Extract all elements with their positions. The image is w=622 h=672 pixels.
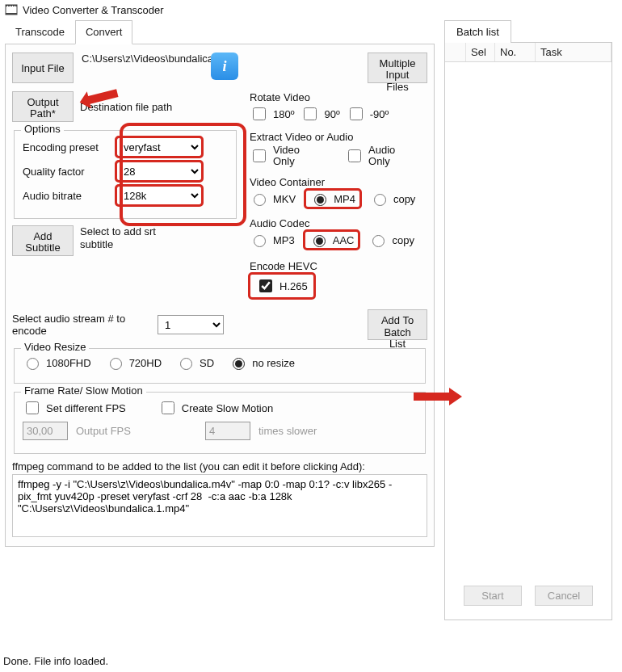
quality-factor-select[interactable]: 28 (116, 162, 202, 181)
container-mp4-radio[interactable]: MP4 (305, 190, 360, 208)
output-path-button[interactable]: Output Path* (12, 91, 74, 122)
tab-convert[interactable]: Convert (75, 20, 133, 44)
times-slower-label: times slower (258, 425, 317, 437)
h265-check[interactable]: H.265 (250, 274, 314, 298)
svg-rect-6 (15, 6, 15, 6)
batch-list-body (445, 62, 611, 579)
acodec-label: Audio Codec (250, 217, 427, 229)
batch-list-header: Sel No. Task (445, 43, 611, 62)
svg-rect-3 (7, 6, 8, 6)
resize-720-radio[interactable]: 720HD (106, 355, 162, 370)
video-only-check[interactable]: Video Only (250, 145, 300, 166)
resize-1080-radio[interactable]: 1080FHD (23, 355, 91, 370)
audio-only-check[interactable]: Audio Only (345, 145, 395, 166)
cancel-button[interactable]: Cancel (535, 586, 593, 606)
start-button[interactable]: Start (464, 586, 522, 606)
batch-list-tab[interactable]: Batch list (444, 20, 511, 43)
acodec-aac-radio[interactable]: AAC (305, 231, 359, 249)
input-file-button[interactable]: Input File (12, 52, 74, 83)
encoding-preset-select[interactable]: veryfast (116, 137, 202, 157)
info-icon[interactable]: i (211, 52, 238, 80)
rotate-180-check[interactable]: 180º (250, 105, 294, 123)
container-mkv-radio[interactable]: MKV (250, 191, 296, 206)
acodec-copy-radio[interactable]: copy (368, 233, 414, 247)
audio-bitrate-select[interactable]: 128k (116, 186, 202, 205)
quality-factor-label: Quality factor (23, 166, 110, 178)
slowmo-check[interactable]: Create Slow Motion (158, 399, 273, 417)
tab-transcode[interactable]: Transcode (5, 20, 75, 44)
audio-stream-select[interactable]: 1 (158, 315, 224, 334)
container-copy-radio[interactable]: copy (370, 191, 415, 206)
slowmo-factor-input (205, 422, 250, 440)
resize-none-radio[interactable]: no resize (229, 355, 295, 370)
container-label: Video Container (250, 176, 427, 188)
rotate-label: Rotate Video (250, 91, 427, 103)
window-title: Video Converter & Transcoder (23, 4, 164, 16)
ffmpeg-cmd-textarea[interactable]: ffmpeg -y -i "C:\Users\z\Videos\bundalic… (12, 474, 427, 537)
input-file-path: C:\Users\z\Videos\bundalica.m4v (82, 52, 203, 65)
output-fps-label: Output FPS (76, 425, 197, 437)
audio-stream-label: Select audio stream # to encode (12, 313, 141, 338)
add-subtitle-hint: Select to add srt subtitle (80, 225, 185, 250)
rotate-90-check[interactable]: 90º (300, 105, 339, 123)
app-icon (5, 3, 18, 16)
audio-bitrate-label: Audio bitrate (23, 190, 110, 202)
dest-path-label: Destination file path (80, 101, 172, 113)
multiple-input-button[interactable]: Multiple Input Files (368, 52, 427, 83)
svg-rect-4 (10, 6, 11, 6)
ffmpeg-cmd-header: ffmpeg command to be added to the list (… (12, 460, 427, 472)
resize-sd-radio[interactable]: SD (176, 355, 214, 370)
hevc-label: Encode HEVC (250, 260, 427, 272)
acodec-mp3-radio[interactable]: MP3 (250, 233, 295, 247)
rotate-neg90-check[interactable]: -90º (347, 105, 389, 123)
main-tabs: Transcode Convert (5, 19, 435, 44)
resize-legend: Video Resize (21, 341, 89, 353)
set-fps-check[interactable]: Set different FPS (23, 399, 126, 417)
add-to-batch-button[interactable]: Add To Batch List (368, 309, 427, 340)
output-fps-input (23, 422, 68, 440)
options-legend: Options (21, 123, 64, 135)
extract-label: Extract Video or Audio (250, 131, 427, 143)
svg-rect-5 (12, 6, 13, 6)
svg-rect-2 (6, 13, 17, 15)
status-bar: Done. File info loaded. (3, 655, 108, 667)
encoding-preset-label: Encoding preset (23, 141, 110, 153)
add-subtitle-button[interactable]: Add Subtitle (12, 225, 74, 256)
framerate-legend: Frame Rate/ Slow Motion (21, 384, 146, 397)
